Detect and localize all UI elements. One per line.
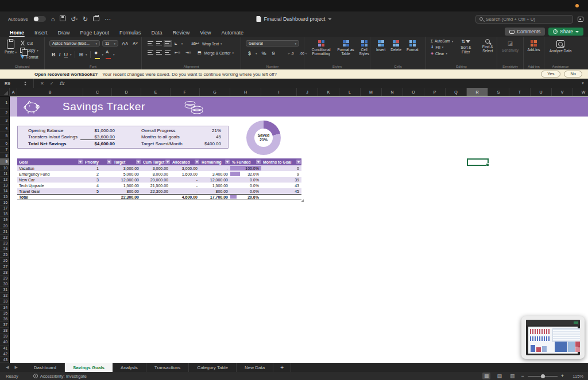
- row-header-5[interactable]: 5: [0, 132, 9, 139]
- font-size-select[interactable]: 11▾: [102, 40, 118, 46]
- more-commands-icon[interactable]: ⋯: [105, 16, 111, 22]
- align-right-icon[interactable]: [165, 51, 171, 55]
- row-header-24[interactable]: 24: [0, 246, 9, 252]
- zoom-slider[interactable]: − +: [521, 373, 564, 379]
- row-header-33[interactable]: 33: [0, 298, 9, 304]
- column-header-A[interactable]: A: [10, 88, 17, 96]
- row-header-20[interactable]: 20: [0, 223, 9, 229]
- column-header-V[interactable]: V: [552, 88, 573, 96]
- row-header-41[interactable]: 41: [0, 346, 9, 351]
- table-row[interactable]: Emergency Fund25,000.008,000.001,600.003…: [17, 171, 301, 177]
- row-header-2[interactable]: 2: [0, 109, 9, 117]
- percent-format-button[interactable]: %: [261, 51, 268, 56]
- autosum-button[interactable]: ΣAutoSum ▾: [431, 39, 453, 43]
- sheet-nav-right-icon[interactable]: ▶: [14, 365, 17, 370]
- filter-dropdown-icon[interactable]: [225, 160, 230, 164]
- font-name-select[interactable]: Aptos Narrow (Bod...▾: [49, 40, 100, 46]
- formula-input[interactable]: [67, 79, 578, 88]
- row-header-11[interactable]: 11: [0, 171, 9, 177]
- sensitivity-button[interactable]: ◪ Sensitivity: [502, 40, 519, 52]
- cut-button[interactable]: Cut: [20, 41, 38, 46]
- row-header-8[interactable]: 8: [0, 153, 9, 158]
- column-header-S[interactable]: S: [488, 88, 509, 96]
- row-header-26[interactable]: 26: [0, 258, 9, 263]
- column-header-O[interactable]: O: [403, 88, 424, 96]
- column-header-T[interactable]: T: [509, 88, 531, 96]
- column-header-N[interactable]: N: [382, 88, 403, 96]
- page-layout-view-icon[interactable]: ▤: [495, 373, 504, 379]
- column-header-Q[interactable]: Q: [446, 88, 467, 96]
- insert-function-icon[interactable]: fx: [59, 80, 64, 86]
- row-header-21[interactable]: 21: [0, 229, 9, 235]
- row-header-27[interactable]: 27: [0, 264, 9, 270]
- table-row[interactable]: Travel Gear5800.0022,300.00-800.000.0%45: [17, 188, 301, 194]
- screen-capture-thumbnail[interactable]: [521, 316, 585, 359]
- format-cells-button[interactable]: Format: [407, 40, 419, 52]
- comma-format-button[interactable]: 9: [271, 51, 276, 56]
- sheet-tab-transactions[interactable]: Transactions: [146, 363, 189, 372]
- ribbon-tab[interactable]: Page Layout: [75, 29, 115, 37]
- fill-button[interactable]: ⬇Fill ▾: [431, 45, 453, 49]
- align-top-icon[interactable]: [148, 41, 153, 46]
- filter-dropdown-icon[interactable]: [256, 160, 261, 164]
- sheet-tab-category-table[interactable]: Category Table: [189, 363, 237, 372]
- redo-icon[interactable]: ↻: [83, 16, 88, 22]
- name-box[interactable]: R9: [0, 81, 24, 86]
- italic-button[interactable]: I: [58, 52, 62, 57]
- select-all-corner[interactable]: [0, 88, 10, 96]
- ribbon-tab[interactable]: Review: [168, 29, 195, 37]
- addins-button[interactable]: Add-ins: [527, 40, 540, 52]
- account-icon[interactable]: [578, 17, 583, 22]
- borders-button[interactable]: ⊞: [78, 52, 85, 57]
- row-header-37[interactable]: 37: [0, 322, 9, 328]
- row-header-35[interactable]: 35: [0, 311, 9, 316]
- column-header-H[interactable]: H: [230, 88, 261, 96]
- row-header-43[interactable]: 43: [0, 357, 9, 363]
- row-header-10[interactable]: 10: [0, 165, 9, 171]
- clear-button[interactable]: ◈Clear ▾: [431, 51, 453, 56]
- table-row[interactable]: Tech Upgrade41,500.0021,500.00-1,500.000…: [17, 183, 301, 188]
- cell-styles-button[interactable]: Cell Styles: [358, 40, 370, 56]
- sheet-tab-new-data[interactable]: New Data: [237, 363, 273, 372]
- filter-dropdown-icon[interactable]: [165, 160, 170, 164]
- align-middle-icon[interactable]: [156, 41, 162, 46]
- column-header-P[interactable]: P: [424, 88, 446, 96]
- copy-button[interactable]: Copy ▾: [20, 48, 38, 53]
- row-header-22[interactable]: 22: [0, 235, 9, 241]
- row-header-42[interactable]: 42: [0, 351, 9, 357]
- zoom-out-icon[interactable]: −: [521, 373, 524, 379]
- row-header-19[interactable]: 19: [0, 217, 9, 223]
- column-header-K[interactable]: K: [318, 88, 339, 96]
- paste-button[interactable]: Paste ▾: [5, 40, 17, 59]
- ribbon-tab[interactable]: Insert: [29, 29, 53, 37]
- cancel-icon[interactable]: ✕: [40, 81, 44, 86]
- row-header-15[interactable]: 15: [0, 194, 9, 200]
- column-header-B[interactable]: B: [17, 88, 83, 96]
- sheet-tab-savings-goals[interactable]: Savings Goals: [65, 363, 113, 372]
- table-total-row[interactable]: Total22,300.004,600.0017,700.0020.6%: [17, 194, 301, 200]
- add-sheet-button[interactable]: +: [273, 363, 291, 372]
- align-center-icon[interactable]: [156, 51, 162, 55]
- increase-decimal-button[interactable]: ←.0: [287, 52, 295, 55]
- insert-cells-button[interactable]: Insert: [376, 40, 385, 52]
- row-header-16[interactable]: 16: [0, 200, 9, 205]
- row-header-31[interactable]: 31: [0, 287, 9, 293]
- row-header-28[interactable]: 28: [0, 270, 9, 276]
- ribbon-tab[interactable]: Home: [5, 29, 29, 37]
- orientation-button[interactable]: ⟀: [173, 41, 179, 46]
- increase-font-icon[interactable]: A˄: [121, 41, 129, 46]
- print-icon[interactable]: [93, 16, 99, 22]
- row-header-39[interactable]: 39: [0, 334, 9, 339]
- row-header-6[interactable]: 6: [0, 139, 9, 147]
- share-button[interactable]: ↗Share: [548, 28, 583, 36]
- row-header-3[interactable]: 3: [0, 117, 9, 125]
- filter-dropdown-icon[interactable]: [107, 160, 111, 164]
- increase-indent-icon[interactable]: ⇥≡: [184, 51, 192, 55]
- row-header-25[interactable]: 25: [0, 252, 9, 258]
- row-header-17[interactable]: 17: [0, 205, 9, 211]
- underline-button[interactable]: U: [63, 52, 69, 57]
- sheet-tab-analysis[interactable]: Analysis: [113, 363, 146, 372]
- row-header-13[interactable]: 13: [0, 183, 9, 188]
- formula-bar-expand-icon[interactable]: ▼: [578, 82, 588, 85]
- analyze-data-button[interactable]: Analyze Data: [550, 40, 572, 53]
